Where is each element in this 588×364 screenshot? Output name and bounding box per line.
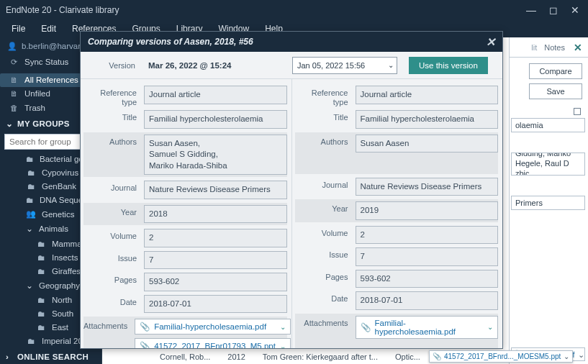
chevron-down-icon: ⌄ [280, 342, 286, 348]
window-controls: — ◻ ✕ [526, 4, 582, 16]
label-year: Year [83, 205, 144, 217]
dialog-titlebar: Comparing versions of Aasen, 2018, #56 ✕ [81, 32, 502, 52]
chevron-down-icon: ⌄ [280, 323, 286, 331]
dialog-title: Comparing versions of Aasen, 2018, #56 [88, 37, 253, 47]
maximize-icon[interactable]: ◻ [549, 4, 558, 16]
label-authors: Authors [83, 135, 144, 147]
left-attachment-1[interactable]: 📎Familial-hypercholesaemia.pdf⌄ [135, 319, 291, 335]
folder-icon: 🖿 [36, 296, 46, 304]
row-author: Cornell, Rob... [160, 352, 210, 361]
details-field-journal[interactable]: Primers [511, 196, 585, 210]
label-authors-r: Authors [295, 135, 356, 147]
label-reftype: Reference type [83, 86, 144, 106]
left-volume: 2 [144, 229, 287, 247]
left-authors: Susan Aasen, Samuel S Gidding, Mariko Ha… [144, 135, 287, 176]
window-title: EndNote 20 - Clarivate library [6, 5, 119, 15]
folder-icon: 🖿 [36, 240, 46, 248]
left-issue: 7 [144, 251, 287, 270]
folder-icon: 🖿 [26, 337, 36, 345]
folder-icon: 🖿 [26, 155, 34, 163]
label-reftype-r: Reference type [295, 86, 356, 106]
details-tabs: lit Notes ✕ [510, 37, 588, 58]
close-icon[interactable]: ✕ [571, 4, 579, 16]
list-row[interactable]: Cornell, Rob... 2012 Tom Green: Kierkega… [160, 350, 420, 363]
all-label: All References [24, 76, 78, 84]
right-volume: 2 [356, 226, 499, 245]
folder-icon: 🖿 [36, 267, 46, 276]
user-icon: 👤 [7, 42, 17, 51]
attachment-icon: 📎 [433, 352, 441, 360]
title-bar: EndNote 20 - Clarivate library — ◻ ✕ [0, 0, 588, 20]
right-year: 2019 [356, 201, 499, 220]
label-date: Date [83, 295, 144, 307]
use-version-button[interactable]: Use this version [409, 57, 488, 74]
floating-attachments: 📎 41572_2017_BFnrd..._MOESM5.ppt ⌄ [429, 350, 573, 363]
row-title: Tom Green: Kierkegaard after t... [263, 352, 378, 361]
save-button[interactable]: Save [529, 83, 582, 99]
left-reftype: Journal article [144, 86, 287, 104]
tab-notes[interactable]: Notes [544, 43, 565, 52]
label-attachments-r: Attachments [295, 316, 356, 328]
folder-icon: 🖿 [26, 182, 36, 191]
sync-label: Sync Status [24, 58, 68, 66]
dialog-version-row: Version Mar 26, 2022 @ 15:24 Jan 05, 202… [81, 52, 502, 79]
doc-icon: 🗎 [9, 89, 19, 98]
trash-icon: 🗑 [9, 104, 19, 112]
details-field-authors[interactable]: Gidding, Mariko Hegele, Raul D zbic [511, 153, 585, 176]
dialog-close-icon[interactable]: ✕ [486, 35, 495, 49]
left-date: 2018-07-01 [144, 295, 287, 314]
tab-edit-partial[interactable]: lit [531, 43, 537, 52]
right-pages: 593-602 [356, 270, 499, 288]
label-volume-r: Volume [295, 226, 356, 238]
label-journal: Journal [83, 181, 144, 193]
right-date: 2018-07-01 [356, 291, 499, 310]
left-journal: Nature Reviews Disease Primers [144, 181, 287, 199]
right-reftype: Journal article [356, 86, 499, 104]
attachment-icon: 📎 [140, 322, 150, 332]
left-attachment-2[interactable]: 📎41572_2017_BFnr01793_M5.ppt⌄ [135, 338, 291, 348]
chevron-down-icon: ⌄ [6, 119, 13, 129]
chevron-down-icon: ⌄ [578, 350, 584, 359]
label-attachments: Attachments [83, 319, 135, 331]
details-close-icon[interactable]: ✕ [572, 42, 584, 53]
compare-button[interactable]: Compare [529, 63, 582, 79]
minimize-icon[interactable]: — [526, 4, 536, 16]
label-year-r: Year [295, 201, 356, 214]
chevron-down-icon: ⌄ [487, 323, 493, 331]
mygroups-label: MY GROUPS [17, 119, 70, 128]
folder-icon: 🖿 [26, 168, 36, 177]
left-year: 2018 [144, 205, 287, 224]
chevron-down-icon: ⌄ [26, 224, 33, 234]
label-issue: Issue [83, 251, 144, 263]
menu-edit[interactable]: Edit [34, 21, 63, 37]
label-date-r: Date [295, 291, 356, 304]
folder-icon: 🖿 [36, 253, 46, 262]
right-authors: Susan Aasen [356, 135, 499, 153]
sync-icon: ⟳ [9, 58, 19, 67]
label-title: Title [83, 110, 144, 122]
chevron-down-icon: ⌄ [388, 61, 394, 69]
version-select-right[interactable]: Jan 05, 2022 15:56 ⌄ [292, 57, 397, 74]
floating-attachment-1[interactable]: 📎 41572_2017_BFnrd..._MOESM5.ppt ⌄ [429, 350, 573, 363]
chevron-down-icon: ⌄ [564, 352, 569, 360]
label-pages-r: Pages [295, 270, 356, 282]
label-pages: Pages [83, 273, 144, 285]
folder-icon: 🖿 [26, 196, 34, 204]
expand-icon[interactable] [574, 108, 581, 115]
menu-file[interactable]: File [4, 21, 32, 37]
right-attachment-1[interactable]: 📎Familial-hypercholesaemia.pdf⌄ [356, 316, 499, 339]
label-journal-r: Journal [295, 178, 356, 190]
compare-panel-right: Reference typeJournal article TitleFamil… [292, 79, 503, 348]
unfiled-label: Unfiled [24, 89, 50, 98]
folder-icon: 🖿 [36, 309, 46, 318]
sidebar-header-online[interactable]: › ONLINE SEARCH [0, 348, 101, 364]
label-title-r: Title [295, 110, 356, 122]
left-title: Familial hypercholesterolaemia [144, 110, 287, 129]
folder-icon: 🖿 [36, 323, 46, 332]
people-icon: 👥 [26, 209, 36, 219]
left-pages: 593-602 [144, 273, 287, 291]
chevron-right-icon: › [6, 352, 13, 361]
details-field-title[interactable]: olaemia [511, 118, 585, 132]
version-label-left: Version [83, 61, 141, 70]
version-date-left: Mar 26, 2022 @ 15:24 [148, 61, 231, 70]
